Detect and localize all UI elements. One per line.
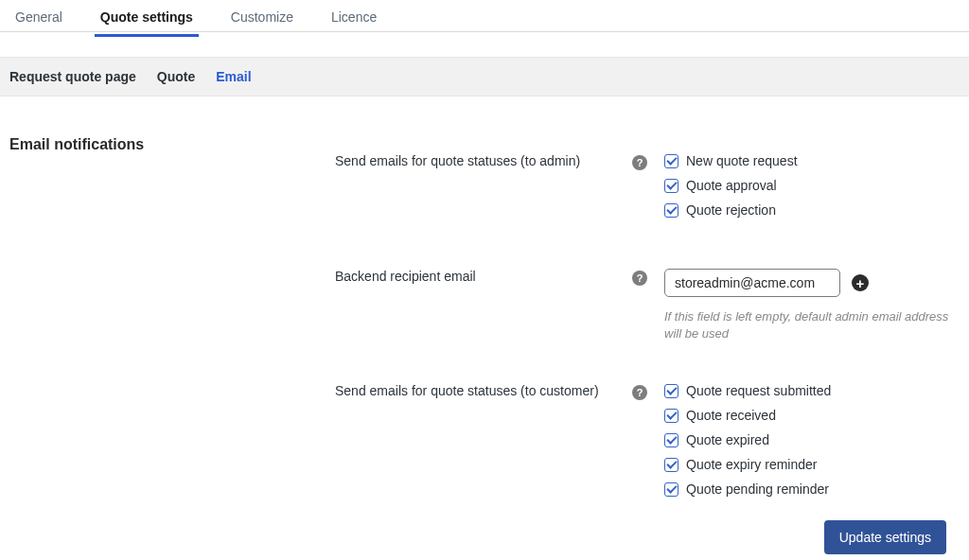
section-title: Email notifications	[9, 134, 335, 153]
checkbox-quote-expired[interactable]	[664, 433, 678, 447]
checkbox-quote-approval[interactable]	[664, 179, 678, 193]
tab-quote-settings[interactable]: Quote settings	[95, 0, 199, 37]
checkbox-quote-pending-reminder[interactable]	[664, 482, 678, 497]
settings-content: Email notifications Send emails for quot…	[0, 96, 969, 506]
recipient-email-input[interactable]	[664, 269, 840, 297]
recipient-email-helper: If this field is left empty, default adm…	[664, 308, 960, 341]
plus-icon[interactable]: +	[852, 274, 869, 291]
tab-general[interactable]: General	[9, 0, 68, 34]
subtab-request-quote-page[interactable]: Request quote page	[9, 69, 136, 84]
checkbox-quote-received[interactable]	[664, 409, 678, 423]
subtab-email[interactable]: Email	[216, 69, 251, 84]
checkbox-label-quote-received: Quote received	[686, 408, 776, 423]
checkbox-label-new-quote-request: New quote request	[686, 153, 798, 168]
subtab-quote[interactable]: Quote	[157, 69, 195, 84]
checkbox-label-quote-request-submitted: Quote request submitted	[686, 383, 831, 398]
checkbox-label-quote-rejection: Quote rejection	[686, 202, 776, 218]
footer: Update settings	[824, 520, 946, 554]
top-tabs: General Quote settings Customize Licence	[0, 0, 969, 32]
customer-emails-label: Send emails for quote statuses (to custo…	[335, 383, 628, 506]
checkbox-label-quote-pending-reminder: Quote pending reminder	[686, 481, 829, 497]
checkbox-label-quote-expired: Quote expired	[686, 432, 769, 447]
checkbox-quote-expiry-reminder[interactable]	[664, 458, 678, 472]
checkbox-new-quote-request[interactable]	[664, 154, 678, 168]
admin-emails-label: Send emails for quote statuses (to admin…	[335, 153, 628, 227]
help-icon[interactable]: ?	[632, 155, 647, 170]
checkbox-quote-rejection[interactable]	[664, 203, 678, 218]
checkbox-label-quote-expiry-reminder: Quote expiry reminder	[686, 457, 818, 472]
update-settings-button[interactable]: Update settings	[824, 520, 946, 554]
checkbox-quote-request-submitted[interactable]	[664, 384, 678, 398]
sub-tabs: Request quote page Quote Email	[0, 57, 969, 96]
help-icon[interactable]: ?	[632, 271, 647, 286]
help-icon[interactable]: ?	[632, 385, 647, 400]
tab-customize[interactable]: Customize	[225, 0, 299, 34]
recipient-email-label: Backend recipient email	[335, 269, 628, 341]
checkbox-label-quote-approval: Quote approval	[686, 178, 777, 193]
tab-licence[interactable]: Licence	[326, 0, 382, 34]
